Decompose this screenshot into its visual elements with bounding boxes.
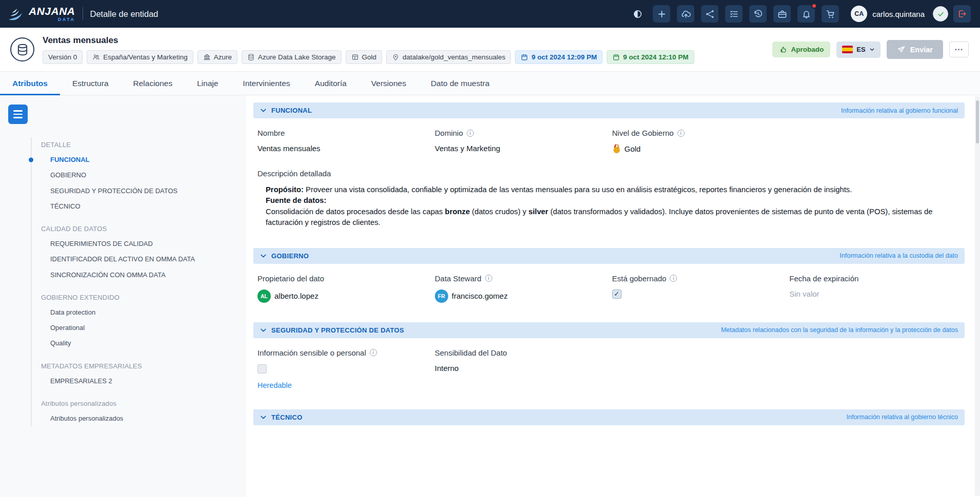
layer-chip: Gold	[346, 50, 383, 64]
brand-name: ANJANA	[29, 6, 75, 16]
sidebar-item-requerimientos[interactable]: REQUERIMIENTOS DE CALIDAD	[41, 236, 241, 252]
sidebar-item-atributos-personalizados[interactable]: Atributos personalizados	[41, 411, 241, 426]
calendar-icon	[612, 53, 620, 61]
tab-intervinientes[interactable]: Intervinientes	[231, 72, 303, 95]
cloud-upload-button[interactable]	[677, 5, 694, 23]
sidebar-item-funcional[interactable]: FUNCIONAL	[41, 152, 241, 168]
topbar-divider	[83, 7, 83, 20]
section-info-link[interactable]: Información relativa al gobierno técnico	[847, 413, 958, 421]
entity-header: Ventas mensuales Versión 0 España/Ventas…	[0, 28, 980, 72]
tab-atributos[interactable]: Atributos	[0, 72, 60, 95]
status-badge: Aprobado	[772, 42, 831, 57]
language-selector[interactable]: ES	[836, 42, 880, 58]
session-status-button[interactable]	[933, 6, 948, 22]
field-label: Propietario del dato	[257, 274, 324, 283]
sidebar-item-seguridad[interactable]: SEGURIDAD Y PROTECCIÓN DE DATOS	[41, 183, 241, 199]
spain-flag-icon	[842, 46, 853, 53]
heredable-link[interactable]: Heredable	[257, 381, 292, 389]
description-richtext: Propósito: Proveer una vista consolidada…	[266, 184, 961, 229]
section-info-link[interactable]: Información relativa a la custodia del d…	[839, 252, 958, 259]
tree-group-metadatos: METADATOS EMPRESARIALES EMPRESARIALES 2	[41, 359, 241, 389]
field-label: Sensibilidad del Dato	[435, 348, 507, 357]
history-button[interactable]	[749, 5, 767, 23]
checklist-button[interactable]	[725, 5, 743, 23]
tab-linaje[interactable]: Linaje	[185, 72, 230, 95]
briefcase-button[interactable]	[773, 5, 791, 23]
sidebar-item-tecnico[interactable]: TÉCNICO	[41, 199, 241, 214]
calendar-icon	[521, 53, 528, 61]
info-icon[interactable]	[485, 275, 492, 282]
info-icon[interactable]	[677, 130, 685, 137]
tab-dato-de-muestra[interactable]: Dato de muestra	[418, 72, 502, 95]
info-icon[interactable]	[370, 349, 377, 356]
notification-badge	[811, 3, 817, 9]
tab-relaciones[interactable]: Relaciones	[121, 72, 185, 95]
chevron-down-icon	[869, 47, 875, 52]
modified-date-label: 9 oct 2024 12:10 PM	[623, 53, 689, 61]
add-button[interactable]	[653, 5, 670, 23]
field-esta-gobernado: Está gobernado	[612, 274, 784, 303]
anjana-logo-icon	[6, 4, 27, 24]
entity-title: Ventas mensuales	[43, 35, 694, 46]
path-chip-label: datalake/gold_ventas_mensuales	[403, 53, 505, 61]
description-bold: Fuente de datos:	[266, 196, 326, 204]
send-label: Enviar	[910, 46, 933, 54]
section-funcional-header[interactable]: FUNCIONAL Información relativa al gobier…	[253, 102, 965, 118]
notifications-button[interactable]	[797, 5, 815, 23]
lineage-button[interactable]	[701, 5, 718, 23]
brand-subtitle: DATA	[58, 17, 75, 22]
info-icon[interactable]	[670, 275, 677, 282]
building-icon	[203, 53, 211, 61]
field-label: Data Steward	[435, 274, 482, 283]
tree-group-header: DETALLE	[41, 137, 241, 152]
cart-button[interactable]	[822, 5, 839, 23]
tree-group-header: Atributos personalizados	[41, 396, 241, 411]
user-avatar[interactable]: CA	[851, 6, 867, 22]
field-propietario: Propietario del dato AL alberto.lopez	[257, 274, 429, 303]
technology-chip: Azure Data Lake Storage	[242, 50, 342, 64]
entity-chip-row: Versión 0 España/Ventas y Marketing Azur…	[43, 50, 694, 64]
contrast-icon	[633, 9, 643, 19]
sensitive-checkbox[interactable]	[257, 364, 267, 374]
vertical-scrollbar[interactable]	[975, 96, 980, 496]
logout-button[interactable]	[953, 5, 971, 23]
field-label: Está gobernado	[612, 274, 667, 283]
sidebar-item-operational[interactable]: Operational	[41, 320, 241, 336]
field-label: Información sensible o personal	[257, 348, 366, 357]
send-button[interactable]: Enviar	[887, 40, 943, 59]
section-seguridad-header[interactable]: SEGURIDAD Y PROTECCIÓN DE DATOS Metadato…	[253, 322, 965, 338]
sidebar-menu-button[interactable]	[8, 105, 28, 124]
tab-auditoria[interactable]: Auditoría	[303, 72, 359, 95]
sidebar-item-sincronizacion-omma[interactable]: SINCRONIZACIÓN CON OMMA DATA	[41, 267, 241, 283]
infrastructure-chip-label: Azure	[214, 53, 232, 61]
sidebar-item-data-protection[interactable]: Data protection	[41, 305, 241, 320]
user-name: carlos.quintana	[872, 10, 925, 18]
sidebar-item-identificador-omma[interactable]: IDENTIFICADOR DEL ACTIVO EN OMMA DATA	[41, 252, 241, 267]
scrollbar-thumb[interactable]	[976, 100, 979, 143]
field-nivel-de-gobierno: Nivel de Gobierno Gold	[612, 129, 784, 154]
brand-logo[interactable]: ANJANA DATA	[6, 4, 75, 24]
section-tecnico-header[interactable]: TÉCNICO Información relativa al gobierno…	[253, 409, 965, 425]
field-value: Interno	[435, 364, 606, 372]
cart-icon	[826, 9, 835, 19]
section-gobierno-header[interactable]: GOBIERNO Información relativa a la custo…	[253, 248, 965, 264]
lineage-icon	[705, 9, 715, 19]
sidebar-item-empresariales-2[interactable]: EMPRESARIALES 2	[41, 374, 241, 389]
governed-checkbox[interactable]	[612, 289, 622, 299]
tab-versiones[interactable]: Versiones	[359, 72, 418, 95]
created-date-label: 9 oct 2024 12:09 PM	[531, 53, 597, 61]
topbar-actions: CA carlos.quintana	[629, 5, 971, 23]
brand-text: ANJANA DATA	[29, 6, 75, 22]
tab-estructura[interactable]: Estructura	[60, 72, 121, 95]
thumbs-up-icon	[779, 46, 787, 54]
more-actions-button[interactable]: ...	[949, 42, 969, 57]
section-info-link[interactable]: Metadatos relacionados con la seguridad …	[721, 326, 958, 334]
status-label: Aprobado	[791, 46, 824, 53]
info-icon[interactable]	[467, 130, 474, 137]
field-label: Nombre	[257, 129, 285, 137]
sidebar-item-gobierno[interactable]: GOBIERNO	[41, 168, 241, 183]
section-info-link[interactable]: Información relativa al gobierno funcion…	[841, 107, 958, 114]
check-icon	[937, 10, 945, 18]
contrast-button[interactable]	[629, 5, 646, 23]
sidebar-item-quality[interactable]: Quality	[41, 336, 241, 351]
